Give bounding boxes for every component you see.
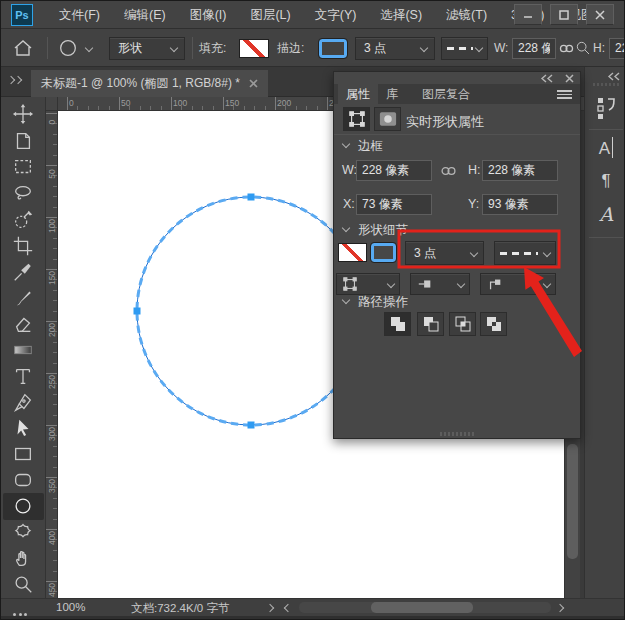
stroke-cap-icon — [417, 276, 433, 292]
home-button[interactable] — [11, 29, 35, 67]
menu-file[interactable]: 文件(F) — [47, 1, 112, 29]
maximize-button[interactable] — [550, 4, 578, 25]
toolbar-expand-icon[interactable] — [8, 77, 21, 83]
tool-preset-dropdown[interactable] — [57, 29, 92, 67]
document-tab[interactable]: 未标题-1 @ 100% (椭圆 1, RGB/8#) * — [31, 70, 268, 97]
expand-dock-icon[interactable] — [607, 72, 620, 81]
horizontal-scrollbar-thumb[interactable] — [371, 602, 473, 613]
search-button[interactable] — [575, 29, 591, 67]
ruler-tick-label: 250 — [47, 372, 57, 392]
panel-menu-icon[interactable] — [557, 88, 572, 101]
bounds-collapse-icon[interactable] — [342, 140, 350, 148]
fill-swatch[interactable] — [239, 39, 269, 58]
panel-resize-grip[interactable] — [440, 432, 474, 436]
stroke-type-select[interactable] — [441, 37, 488, 60]
collapse-panel-icon[interactable] — [540, 74, 553, 83]
panel-fill-swatch[interactable] — [338, 243, 367, 262]
dock-character-panel-icon[interactable]: A​ — [585, 139, 625, 159]
combine-shapes-icon — [389, 315, 407, 333]
stroke-swatch[interactable] — [319, 39, 347, 58]
ruler-tick-label: 400 — [47, 528, 57, 548]
dock-properties-panel-icon[interactable] — [585, 95, 625, 125]
brush-tool[interactable] — [11, 286, 35, 310]
shape-height-field[interactable] — [609, 38, 625, 59]
tab-close-icon[interactable] — [249, 79, 258, 88]
scroll-right-icon[interactable] — [556, 604, 564, 612]
stroke-corner-select[interactable] — [480, 273, 556, 295]
document-tab-title: 未标题-1 @ 100% (椭圆 1, RGB/8#) * — [41, 75, 240, 92]
tab-properties[interactable]: 属性 — [338, 84, 378, 104]
close-panel-icon[interactable] — [565, 74, 574, 83]
panel-stroke-width-select[interactable]: 3 点 — [405, 241, 484, 265]
direct-selection-tool[interactable] — [11, 416, 35, 440]
crop-tool[interactable] — [11, 234, 35, 258]
horizontal-scrollbar[interactable] — [299, 602, 551, 613]
w-field[interactable] — [356, 160, 432, 181]
intersect-shapes-button[interactable] — [449, 312, 476, 336]
exclude-shapes-button[interactable] — [480, 312, 507, 336]
combine-shapes-button[interactable] — [384, 312, 411, 336]
status-expand-icon[interactable] — [266, 604, 274, 612]
x-field[interactable] — [356, 194, 432, 215]
dock-grip[interactable] — [593, 83, 619, 86]
panel-stroke-swatch[interactable] — [371, 243, 396, 262]
masks-mode-button[interactable] — [374, 107, 401, 131]
minimize-button[interactable] — [514, 4, 542, 25]
stroke-cap-select[interactable] — [410, 273, 470, 295]
hand-tool-icon — [12, 547, 34, 569]
menu-type[interactable]: 文字(Y) — [303, 1, 369, 29]
move-tool[interactable] — [11, 102, 35, 126]
ruler-origin-box[interactable] — [46, 97, 58, 111]
custom-shape-tool[interactable] — [11, 520, 35, 544]
maximize-icon — [558, 9, 570, 21]
w-label: W: — [342, 163, 357, 177]
pen-tool[interactable] — [11, 390, 35, 414]
gradient-tool[interactable] — [11, 338, 35, 362]
menu-layer[interactable]: 图层(L) — [238, 1, 302, 29]
shape-width-field[interactable] — [512, 38, 556, 59]
lasso-tool[interactable] — [11, 181, 35, 205]
tab-layer-comps[interactable]: 图层复合 — [414, 84, 478, 104]
menu-select[interactable]: 选择(S) — [368, 1, 434, 29]
menu-image[interactable]: 图像(I) — [178, 1, 239, 29]
link-dimensions-button[interactable] — [559, 29, 574, 67]
type-tool-icon — [12, 365, 34, 387]
live-shape-mode-button[interactable] — [343, 107, 370, 131]
eyedropper-tool[interactable] — [11, 260, 35, 284]
rectangle-tool[interactable] — [11, 442, 35, 466]
tool-mode-select[interactable]: 形状 — [109, 37, 185, 60]
panel-stroke-type-select[interactable] — [494, 241, 556, 265]
ellipse-tool[interactable] — [11, 494, 35, 518]
artboard-tool[interactable] — [11, 129, 35, 153]
intersect-shapes-icon — [454, 315, 472, 333]
stroke-width-select[interactable]: 3 点 — [355, 37, 435, 60]
eraser-tool[interactable] — [11, 312, 35, 336]
link-wh-icon[interactable] — [440, 165, 457, 177]
rounded-rectangle-tool[interactable] — [11, 468, 35, 492]
shape-details-collapse-icon[interactable] — [342, 224, 350, 232]
path-ops-collapse-icon[interactable] — [342, 296, 350, 304]
zoom-tool[interactable] — [11, 572, 35, 596]
h-field[interactable] — [482, 160, 558, 181]
tab-library[interactable]: 库 — [378, 84, 406, 104]
home-icon — [11, 36, 35, 60]
type-tool[interactable] — [11, 364, 35, 388]
menu-filter[interactable]: 滤镜(T) — [434, 1, 499, 29]
window-bottom-edge — [1, 616, 625, 620]
vertical-scrollbar-thumb[interactable] — [567, 444, 578, 559]
dock-divider — [589, 129, 623, 130]
scroll-left-icon[interactable] — [284, 604, 292, 612]
y-field[interactable] — [482, 194, 558, 215]
zoom-level-field[interactable]: 100% — [56, 601, 85, 613]
stroke-align-select[interactable] — [336, 273, 400, 295]
dock-paragraph-panel-icon[interactable]: ¶ — [585, 171, 625, 191]
quick-selection-tool[interactable] — [11, 208, 35, 232]
rectangular-marquee-tool[interactable] — [11, 155, 35, 179]
subtract-shape-button[interactable] — [417, 312, 444, 336]
dock-glyphs-panel-icon[interactable]: A — [585, 203, 625, 225]
status-bar: 100% 文档:732.4K/0 字节 — [1, 598, 625, 616]
hand-tool[interactable] — [11, 546, 35, 570]
menu-edit[interactable]: 编辑(E) — [112, 1, 178, 29]
ruler-tick-label: 450 — [47, 580, 57, 600]
close-button[interactable] — [586, 4, 614, 25]
